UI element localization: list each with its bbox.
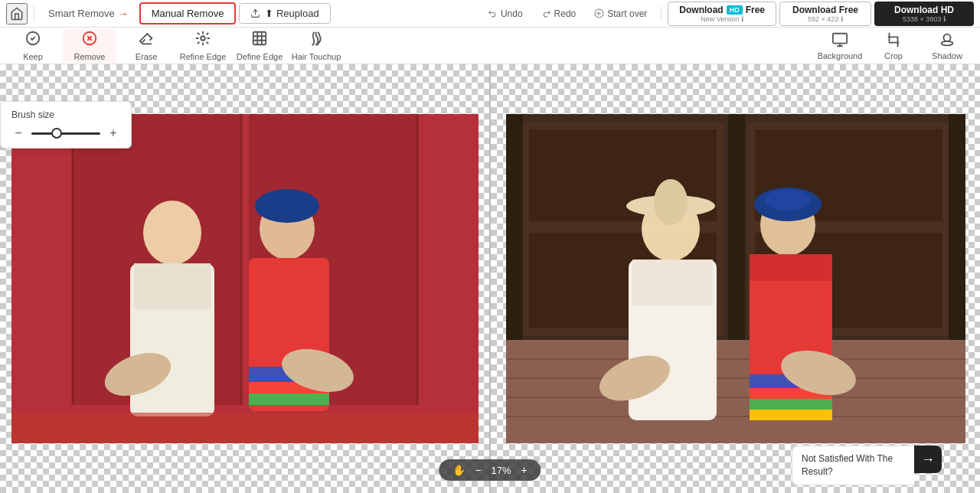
svg-rect-9 xyxy=(833,33,847,43)
svg-rect-27 xyxy=(249,393,329,405)
download-free-button[interactable]: Download Free 592 × 422 ℹ xyxy=(779,2,871,26)
remove-icon xyxy=(81,30,98,51)
download-hd-free-label: Download xyxy=(679,5,723,15)
svg-point-18 xyxy=(143,201,201,265)
brush-decrease-button[interactable]: − xyxy=(11,126,25,140)
reupload-button[interactable]: ⬆ Reupload xyxy=(239,3,330,24)
brush-slider[interactable] xyxy=(31,132,100,135)
undo-button[interactable]: Undo xyxy=(480,5,531,22)
hair-touchup-icon xyxy=(308,30,325,51)
smart-remove-label: Smart Remove xyxy=(48,8,115,19)
remove-label: Remove xyxy=(74,52,106,61)
crop-tool[interactable]: Crop xyxy=(867,29,920,63)
shadow-label: Shadow xyxy=(932,51,962,60)
download-hd-sub: 5338 × 3803 ℹ xyxy=(903,15,946,23)
download-free-label: Download Free xyxy=(792,5,858,15)
brush-size-label: Brush size xyxy=(11,109,120,120)
refine-edge-icon xyxy=(194,30,211,51)
secondary-toolbar: Keep Remove Erase Refine Edge Define Edg… xyxy=(0,28,980,64)
zoom-in-button[interactable]: + xyxy=(520,464,529,476)
define-edge-label: Define Edge xyxy=(237,52,283,61)
smart-remove-button[interactable]: Smart Remove → xyxy=(41,5,136,23)
svg-rect-40 xyxy=(506,340,965,443)
redo-label: Redo xyxy=(554,8,577,19)
zoom-out-button[interactable]: − xyxy=(473,464,482,476)
crop-icon xyxy=(885,31,902,50)
reupload-label: ⬆ Reupload xyxy=(265,8,318,19)
svg-rect-49 xyxy=(632,260,713,305)
right-panel[interactable] xyxy=(491,64,980,493)
crop-label: Crop xyxy=(884,51,903,60)
right-image xyxy=(506,114,965,443)
erase-tool[interactable]: Erase xyxy=(119,29,173,63)
redo-button[interactable]: Redo xyxy=(534,5,584,22)
svg-point-23 xyxy=(255,189,319,223)
divider xyxy=(34,6,34,21)
download-hd-button[interactable]: Download HD 5338 × 3803 ℹ xyxy=(874,2,974,26)
hair-touchup-tool[interactable]: Hair Touchup xyxy=(289,29,343,63)
svg-rect-38 xyxy=(728,114,745,344)
hand-tool-button[interactable]: ✋ xyxy=(451,464,467,476)
svg-point-47 xyxy=(654,179,688,225)
download-hd-free-button[interactable]: Download HD Free New Version ℹ xyxy=(668,2,776,26)
refine-edge-tool[interactable]: Refine Edge xyxy=(176,29,230,63)
download-hd-free-suffix: Free xyxy=(746,5,765,15)
define-edge-icon xyxy=(251,30,268,51)
erase-label: Erase xyxy=(136,52,158,61)
left-image xyxy=(11,114,479,443)
center-divider xyxy=(489,64,491,493)
startover-label: Start over xyxy=(607,8,647,19)
keep-tool[interactable]: Keep xyxy=(6,29,60,63)
home-button[interactable] xyxy=(6,3,28,24)
manual-remove-label: Manual Remove xyxy=(152,8,224,19)
svg-rect-29 xyxy=(11,413,479,443)
zoom-bar: ✋ − 17% + xyxy=(439,459,541,481)
shadow-icon xyxy=(939,31,956,50)
svg-point-53 xyxy=(765,189,811,211)
svg-rect-8 xyxy=(253,32,266,45)
define-edge-tool[interactable]: Define Edge xyxy=(233,29,286,63)
zoom-value: 17% xyxy=(489,465,514,476)
svg-rect-59 xyxy=(750,410,832,420)
brush-increase-button[interactable]: + xyxy=(106,126,120,140)
background-icon xyxy=(831,31,848,50)
hair-touchup-label: Hair Touchup xyxy=(292,52,341,61)
svg-point-7 xyxy=(201,36,205,41)
divider2 xyxy=(661,6,662,21)
brush-controls: − + xyxy=(11,126,120,140)
refine-edge-label: Refine Edge xyxy=(180,52,227,61)
canvas-area: ✋ − 17% + Not Satisfied With The Result?… xyxy=(0,64,980,493)
top-toolbar: Smart Remove → Manual Remove ⬆ Reupload … xyxy=(0,0,980,28)
download-hd-free-sub: New Version ℹ xyxy=(701,15,743,23)
background-label: Background xyxy=(818,51,863,60)
startover-button[interactable]: Start over xyxy=(586,5,655,22)
svg-point-11 xyxy=(943,34,950,41)
feedback-arrow-button[interactable]: → xyxy=(914,446,942,473)
download-hd-label: Download HD xyxy=(894,5,954,15)
svg-rect-20 xyxy=(134,263,211,309)
shadow-tool[interactable]: Shadow xyxy=(920,29,974,63)
manual-remove-button[interactable]: Manual Remove xyxy=(139,2,237,24)
feedback-text: Not Satisfied With The Result? xyxy=(792,446,914,485)
keep-icon xyxy=(24,30,41,51)
feedback-bubble: Not Satisfied With The Result? → xyxy=(792,446,942,485)
erase-icon xyxy=(138,30,155,51)
svg-rect-58 xyxy=(750,399,832,410)
svg-rect-37 xyxy=(506,114,523,344)
svg-rect-55 xyxy=(750,254,832,281)
svg-rect-39 xyxy=(949,114,965,344)
right-tools: Background Crop Shadow xyxy=(813,29,974,63)
remove-tool[interactable]: Remove xyxy=(63,29,116,63)
hd-badge: HD xyxy=(727,5,743,15)
arrow-icon: → xyxy=(118,8,129,20)
keep-label: Keep xyxy=(23,52,43,61)
background-tool[interactable]: Background xyxy=(813,29,867,63)
undo-label: Undo xyxy=(501,8,523,19)
brush-panel: Brush size − + xyxy=(0,101,132,149)
download-free-sub: 592 × 422 ℹ xyxy=(808,15,843,23)
